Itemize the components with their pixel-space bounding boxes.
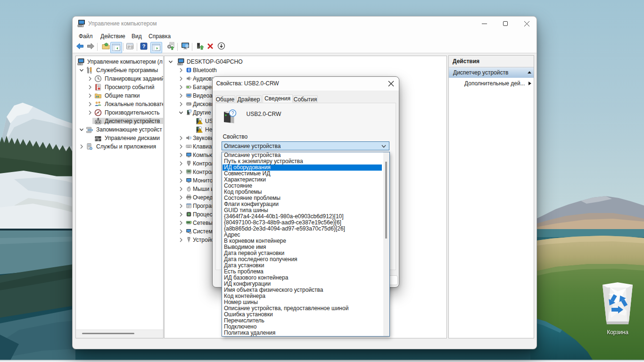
svg-text:?: ?	[142, 43, 146, 49]
svg-text:?: ?	[231, 110, 234, 115]
svg-text:?: ?	[190, 109, 191, 112]
